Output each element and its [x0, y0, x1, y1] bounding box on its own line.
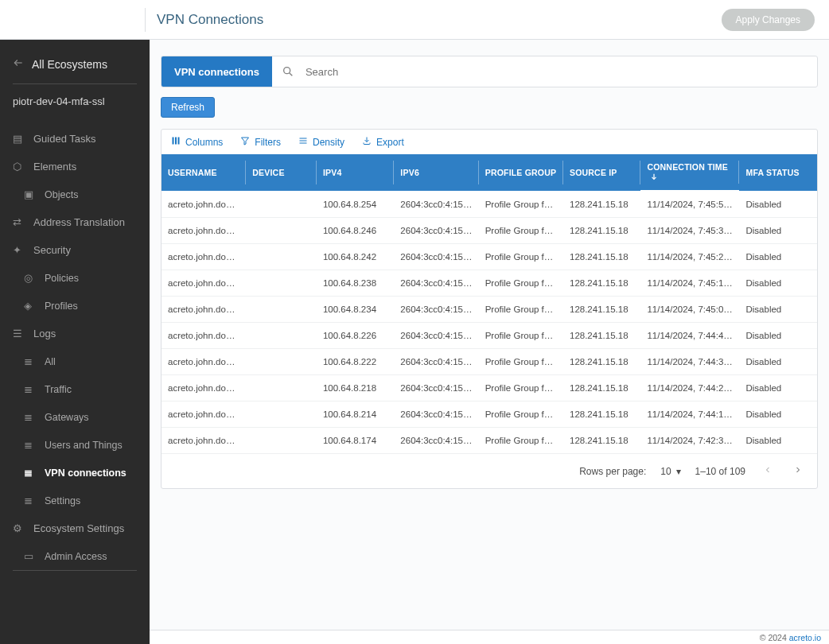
- table-row[interactable]: acreto.john.doe.1…100.64.8.2382604:3cc0:…: [162, 270, 817, 297]
- users-icon: ≣: [24, 439, 35, 451]
- col-connection-time[interactable]: CONNECTION TIME: [640, 154, 739, 191]
- cell-source_ip: 128.241.15.18: [563, 191, 640, 218]
- filters-button[interactable]: Filters: [240, 136, 281, 148]
- pager-next-button[interactable]: [790, 462, 806, 480]
- svg-point-1: [284, 68, 290, 74]
- cell-mfa_status: Disabled: [739, 270, 817, 297]
- cell-ipv6: 2604:3cc0:4:152:…: [394, 428, 478, 454]
- sidebar-item-objects[interactable]: ▣ Objects: [0, 180, 150, 208]
- cell-connection_time: 11/14/2024, 7:44:44 P…: [640, 323, 739, 349]
- export-button[interactable]: Export: [362, 136, 404, 148]
- sidebar-item-guided-tasks[interactable]: ▤ Guided Tasks: [0, 125, 150, 153]
- sidebar-item-logs-vpn[interactable]: ≣ VPN connections: [0, 459, 150, 487]
- sidebar-item-label: Users and Things: [45, 440, 123, 451]
- back-label: All Ecosystems: [32, 58, 107, 71]
- sidebar-item-admin-access[interactable]: ▭ Admin Access: [0, 542, 150, 570]
- footer-brand-link[interactable]: acreto.io: [789, 633, 821, 642]
- table-row[interactable]: acreto.john.doe.1…100.64.8.1742604:3cc0:…: [162, 428, 817, 454]
- svg-rect-5: [178, 138, 180, 145]
- table-row[interactable]: acreto.john.doe.1…100.64.8.2182604:3cc0:…: [162, 375, 817, 402]
- svg-line-2: [290, 73, 293, 76]
- refresh-button[interactable]: Refresh: [161, 97, 215, 118]
- data-card: Columns Filters Density Export USERNAME: [161, 129, 818, 489]
- cell-mfa_status: Disabled: [739, 402, 817, 428]
- sidebar-item-label: All: [45, 356, 56, 367]
- chevron-down-icon: ▾: [676, 466, 681, 477]
- search-input[interactable]: [304, 65, 817, 79]
- sidebar-item-address-translation[interactable]: ⇄ Address Translation: [0, 208, 150, 236]
- sidebar-item-label: Traffic: [45, 384, 72, 395]
- filters-label: Filters: [255, 137, 281, 148]
- sidebar-item-label: Objects: [45, 189, 78, 200]
- cube-icon: ⬡: [13, 161, 24, 173]
- admin-icon: ▭: [24, 550, 35, 562]
- cell-profile_group: Profile Group for I…: [479, 323, 563, 349]
- col-source-ip[interactable]: SOURCE IP: [563, 154, 640, 191]
- cell-ipv6: 2604:3cc0:4:152:…: [394, 402, 478, 428]
- table-row[interactable]: acreto.john.doe.1…100.64.8.2342604:3cc0:…: [162, 297, 817, 323]
- sidebar-item-logs-users[interactable]: ≣ Users and Things: [0, 431, 150, 459]
- table-row[interactable]: acreto.john.doe.1…100.64.8.2462604:3cc0:…: [162, 218, 817, 244]
- density-button[interactable]: Density: [298, 136, 344, 148]
- cell-profile_group: Profile Group for I…: [479, 297, 563, 323]
- sidebar-item-label: Security: [33, 244, 71, 256]
- back-all-ecosystems[interactable]: All Ecosystems: [0, 57, 150, 83]
- export-label: Export: [376, 137, 404, 148]
- apply-changes-button[interactable]: Apply Changes: [722, 9, 815, 31]
- col-ipv4[interactable]: IPV4: [317, 154, 394, 191]
- objects-icon: ▣: [24, 188, 35, 200]
- columns-label: Columns: [185, 137, 223, 148]
- sidebar-item-ecosystem-settings[interactable]: ⚙ Ecosystem Settings: [0, 514, 150, 542]
- cell-ipv6: 2604:3cc0:4:152:…: [394, 297, 478, 323]
- cell-source_ip: 128.241.15.18: [563, 428, 640, 454]
- col-device[interactable]: DEVICE: [246, 154, 317, 191]
- table-row[interactable]: acreto.john.doe.1…100.64.8.2262604:3cc0:…: [162, 323, 817, 349]
- pager-prev-button[interactable]: [760, 462, 776, 480]
- cell-source_ip: 128.241.15.18: [563, 375, 640, 402]
- svg-marker-6: [242, 138, 249, 145]
- sidebar-item-elements[interactable]: ⬡ Elements: [0, 153, 150, 180]
- cell-mfa_status: Disabled: [739, 323, 817, 349]
- table-row[interactable]: acreto.john.doe.1…100.64.8.2142604:3cc0:…: [162, 402, 817, 428]
- cell-ipv4: 100.64.8.218: [317, 375, 394, 402]
- col-username[interactable]: USERNAME: [162, 154, 246, 191]
- rows-per-page-select[interactable]: 10 ▾: [660, 466, 680, 477]
- cell-device: [246, 270, 317, 297]
- sidebar-item-logs[interactable]: ☰ Logs: [0, 320, 150, 347]
- sidebar-item-profiles[interactable]: ◈ Profiles: [0, 292, 150, 320]
- col-profile-group[interactable]: PROFILE GROUP: [479, 154, 563, 191]
- columns-button[interactable]: Columns: [171, 136, 223, 148]
- sidebar-item-policies[interactable]: ◎ Policies: [0, 264, 150, 292]
- table-row[interactable]: acreto.john.doe.1…100.64.8.2422604:3cc0:…: [162, 244, 817, 270]
- table-row[interactable]: acreto.john.doe.1…100.64.8.2222604:3cc0:…: [162, 349, 817, 375]
- main-content: VPN connections Refresh Columns Filters …: [150, 40, 829, 630]
- cell-ipv4: 100.64.8.214: [317, 402, 394, 428]
- cell-username: acreto.john.doe.1…: [162, 323, 246, 349]
- sidebar-item-label: Admin Access: [45, 551, 107, 562]
- cell-profile_group: Profile Group for I…: [479, 375, 563, 402]
- cell-username: acreto.john.doe.1…: [162, 402, 246, 428]
- cell-device: [246, 218, 317, 244]
- col-mfa-status[interactable]: MFA STATUS: [739, 154, 817, 191]
- col-ipv6[interactable]: IPV6: [394, 154, 478, 191]
- sidebar-item-logs-traffic[interactable]: ≣ Traffic: [0, 375, 150, 403]
- cell-mfa_status: Disabled: [739, 349, 817, 375]
- sidebar-item-label: Elements: [33, 161, 76, 173]
- sidebar-item-label: Ecosystem Settings: [33, 522, 124, 534]
- svg-rect-3: [173, 138, 174, 145]
- table-row[interactable]: acreto.john.doe.1…100.64.8.2542604:3cc0:…: [162, 191, 817, 218]
- sidebar-item-label: Profiles: [45, 301, 78, 312]
- sidebar-item-logs-settings[interactable]: ≣ Settings: [0, 487, 150, 514]
- cell-ipv6: 2604:3cc0:4:152:…: [394, 349, 478, 375]
- columns-icon: [171, 136, 181, 148]
- sidebar-item-logs-all[interactable]: ≣ All: [0, 347, 150, 375]
- cell-connection_time: 11/14/2024, 7:45:54 P…: [640, 191, 739, 218]
- cell-ipv4: 100.64.8.254: [317, 191, 394, 218]
- cell-profile_group: Profile Group for I…: [479, 244, 563, 270]
- cell-profile_group: Profile Group for I…: [479, 402, 563, 428]
- cell-connection_time: 11/14/2024, 7:44:24 P…: [640, 375, 739, 402]
- ecosystem-name: piotr-dev-04-mfa-ssl: [0, 95, 150, 125]
- vpn-icon: ≣: [24, 467, 35, 479]
- sidebar-item-security[interactable]: ✦ Security: [0, 236, 150, 264]
- sidebar-item-logs-gateways[interactable]: ≣ Gateways: [0, 403, 150, 431]
